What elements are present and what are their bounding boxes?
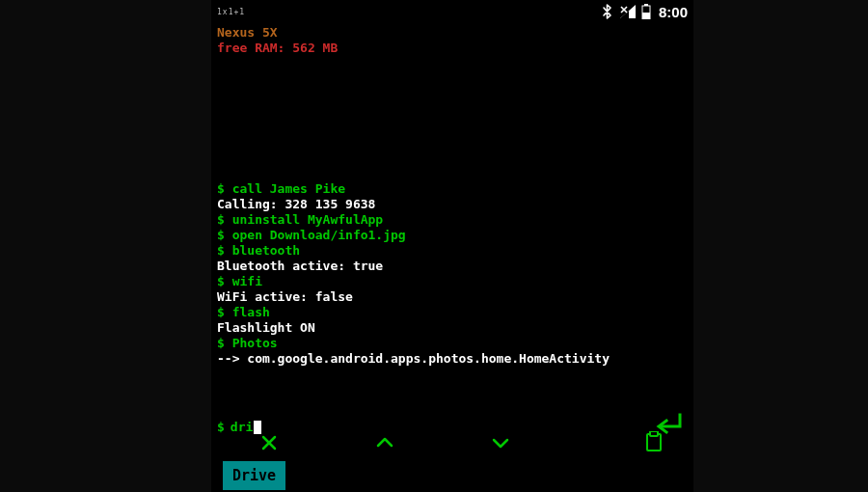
bluetooth-icon	[601, 4, 614, 19]
terminal-toolbar	[211, 428, 693, 455]
terminal-command-line: $ bluetooth	[217, 243, 688, 259]
history-up-button[interactable]	[327, 433, 443, 451]
terminal-command-line: $ wifi	[217, 274, 688, 289]
terminal-output-line: WiFi active: false	[217, 289, 688, 305]
close-button[interactable]	[211, 433, 327, 451]
terminal-header: Nexus 5X free RAM: 562 MB	[211, 23, 693, 56]
terminal-output-line: Bluetooth active: true	[217, 259, 688, 274]
battery-icon	[641, 4, 651, 19]
terminal-output-line: Flashlight ON	[217, 320, 688, 336]
android-status-bar: 1x1+1	[211, 0, 693, 23]
clipboard-button[interactable]	[645, 431, 663, 452]
terminal-command-line: $ Photos	[217, 336, 688, 351]
terminal-output-line: Calling: 328 135 9638	[217, 197, 688, 212]
terminal-command-line: $ open Download/info1.jpg	[217, 228, 688, 243]
free-ram-label: free RAM:	[217, 41, 285, 55]
carrier-indicator: 1x1+1	[217, 8, 245, 16]
terminal-command-line: $ call James Pike	[217, 181, 688, 197]
history-down-button[interactable]	[443, 433, 558, 451]
svg-rect-10	[650, 431, 658, 436]
device-name: Nexus 5X	[217, 25, 688, 41]
autocomplete-suggestion[interactable]: Drive	[223, 461, 285, 490]
phone-frame: 1x1+1	[211, 0, 693, 492]
svg-rect-6	[642, 13, 650, 19]
terminal-log[interactable]: $ call James PikeCalling: 328 135 9638$ …	[211, 181, 693, 367]
free-ram-line: free RAM: 562 MB	[217, 41, 688, 56]
terminal-command-line: $ uninstall MyAwfulApp	[217, 212, 688, 228]
terminal-output-line: --> com.google.android.apps.photos.home.…	[217, 351, 688, 367]
free-ram-value: 562 MB	[292, 41, 338, 55]
cell-signal-icon	[620, 5, 636, 18]
terminal-command-line: $ flash	[217, 305, 688, 320]
status-clock: 8:00	[659, 4, 688, 20]
